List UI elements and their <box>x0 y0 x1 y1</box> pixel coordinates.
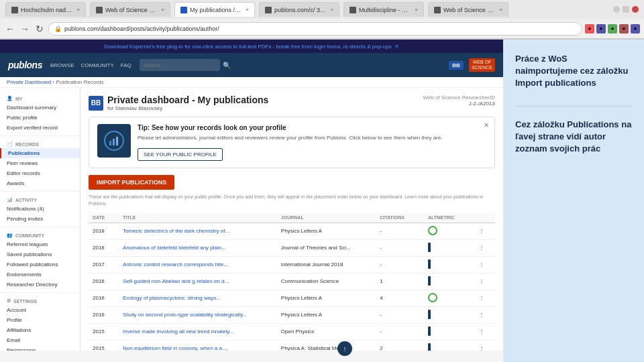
browser-toolbar: ← → ↻ 🔒 publons.com/dashboard/posts/acti… <box>0 19 644 39</box>
search-input[interactable] <box>140 59 220 71</box>
sidebar-section-my: 👤 My <box>0 93 80 103</box>
tab-close-6[interactable]: × <box>499 7 502 13</box>
breadcrumb-current: Publication Records <box>56 79 103 85</box>
sidebar-item-notifications[interactable]: Notifications (4) <box>0 204 80 214</box>
extension-icon-2[interactable]: ● <box>596 24 606 34</box>
scroll-to-top-button[interactable]: ↑ <box>337 341 352 356</box>
cell-altmetric <box>424 256 476 273</box>
cell-title[interactable]: Antronic control research corresponds hi… <box>119 256 277 273</box>
import-publications-button[interactable]: IMPORT PUBLICATIONS <box>89 175 174 190</box>
address-bar[interactable]: 🔒 publons.com/dashboard/posts/activity/p… <box>48 22 582 36</box>
table-row: 2015 Inverse made involving all new tren… <box>89 323 495 340</box>
nav-browse[interactable]: BROWSE <box>50 62 74 68</box>
activity-icon: 📊 <box>7 197 13 202</box>
wos-researcher-id: J-2-/A2013 <box>423 101 495 107</box>
table-row: 2016 Ecology of plasmacyclons: strong wa… <box>89 290 495 306</box>
cell-title[interactable]: Anomalous of bielefeld bielefeld any pla… <box>119 239 277 256</box>
sidebar-item-dashboard-summary[interactable]: Dashboard summary <box>0 103 80 113</box>
tab-favicon-4 <box>265 7 272 13</box>
main-content: BB Private dashboard - My publications f… <box>80 88 503 351</box>
sidebar-item-profile[interactable]: Profile <box>0 315 80 325</box>
cell-date: 2016 <box>89 290 119 306</box>
tab-favicon-6 <box>434 7 441 13</box>
browser-tab-2[interactable]: Web of Science (v5.32) - Web of... × <box>90 2 170 17</box>
cell-actions[interactable]: ⋮ <box>475 306 495 323</box>
cell-actions[interactable]: ⋮ <box>475 340 495 351</box>
publons-logo[interactable]: publons <box>8 60 42 70</box>
nav-community[interactable]: COMMUNITY <box>81 62 114 68</box>
close-btn[interactable] <box>632 6 639 13</box>
cell-actions[interactable]: ⋮ <box>475 273 495 290</box>
cell-date: 2018 <box>89 239 119 256</box>
sidebar-item-peer-reviews[interactable]: Peer reviews <box>0 158 80 168</box>
refresh-button[interactable]: ↻ <box>34 23 46 35</box>
sidebar-item-endorsements[interactable]: Endorsements <box>0 269 80 280</box>
breadcrumb-home[interactable]: Private Dashboard <box>7 79 51 85</box>
sidebar-item-awards[interactable]: Awards <box>0 178 80 188</box>
extension-icon-1[interactable]: ● <box>585 24 594 34</box>
tab-close-1[interactable]: × <box>76 7 80 13</box>
sidebar-item-public-profile[interactable]: Public profile <box>0 113 80 123</box>
minimize-btn[interactable] <box>613 6 620 13</box>
sidebar-item-export-verified[interactable]: Export verified record <box>0 123 80 133</box>
sidebar-item-affiliations[interactable]: Affiliations <box>0 325 80 335</box>
sidebar-item-followed-publications[interactable]: Followed publications <box>0 259 80 269</box>
cell-actions[interactable]: ⋮ <box>475 223 495 239</box>
extension-icon-4[interactable]: ● <box>619 24 629 34</box>
cell-actions[interactable]: ⋮ <box>475 290 495 306</box>
tab-close-3[interactable]: × <box>246 7 249 13</box>
tab-close-2[interactable]: × <box>161 7 164 13</box>
tab-favicon-1 <box>11 7 18 13</box>
cell-journal: Physics Letters A <box>277 290 376 306</box>
browser-tab-6[interactable]: Web of Science (v5.32) - Web o... × <box>428 2 508 17</box>
cell-title[interactable]: Study on second proto-type scalability s… <box>119 306 277 323</box>
tip-icon-inner <box>104 131 124 151</box>
sidebar-item-saved-publications[interactable]: Saved publications <box>0 249 80 259</box>
sidebar-item-permissions[interactable]: Permissions <box>0 345 80 351</box>
forward-button[interactable]: → <box>19 23 31 35</box>
cell-title[interactable]: Tomecic dielectrics of the dark chemistr… <box>119 223 277 239</box>
browser-tab-1[interactable]: Hochschulm nadvy y virkum y... × <box>5 2 86 17</box>
tab-close-5[interactable]: × <box>415 7 418 13</box>
extension-icon-3[interactable]: ● <box>608 24 617 34</box>
sidebar-item-editor-records[interactable]: Editor records <box>0 168 80 178</box>
browser-tab-3[interactable]: My publications / Publons × <box>174 2 255 17</box>
bar-indicator <box>428 259 431 269</box>
tab-favicon-5 <box>350 7 356 13</box>
cell-actions[interactable]: ⋮ <box>475 239 495 256</box>
cell-title[interactable]: Non-equilibrium field in conomy, when a … <box>119 340 277 351</box>
cell-citations: - <box>376 256 424 273</box>
see-public-profile-button[interactable]: SEE YOUR PUBLIC PROFILE <box>138 148 223 161</box>
cell-citations: - <box>376 223 424 239</box>
browser-title-bar: Hochschulm nadvy y virkum y... × Web of … <box>0 0 644 19</box>
sidebar-item-email[interactable]: Email <box>0 335 80 345</box>
browser-tab-4[interactable]: publons.com/c/ 36 dependantions... × <box>259 2 339 17</box>
circle-indicator <box>428 226 437 235</box>
sidebar-item-pending-invites[interactable]: Pending invites <box>0 214 80 224</box>
cell-title[interactable]: Self-guided non-Abelian and g relates en… <box>119 273 277 290</box>
sidebar-section-records: 📄 Records <box>0 139 80 148</box>
extension-icon-5[interactable]: ● <box>631 24 640 34</box>
cell-actions[interactable]: ⋮ <box>475 256 495 273</box>
sidebar-item-referred-leagues[interactable]: Referred leagues <box>0 239 80 249</box>
cell-title[interactable]: Ecology of plasmacyclons: strong ways... <box>119 290 277 306</box>
browser-tab-5[interactable]: Multidiscipline - Lianscape — ... × <box>343 2 424 17</box>
table-row: 2017 Antronic control research correspon… <box>89 256 495 273</box>
back-button[interactable]: ← <box>4 23 16 35</box>
bar-indicator <box>428 243 431 252</box>
tip-close-button[interactable]: ✕ <box>484 121 489 129</box>
maximize-btn[interactable] <box>623 6 629 13</box>
table-header-row: DATE TITLE JOURNAL CITATIONS ALTMETRIC <box>89 213 495 223</box>
tab-close-4[interactable]: × <box>330 7 333 13</box>
sidebar-item-researcher-directory[interactable]: Researcher Directory <box>0 280 80 290</box>
cell-actions[interactable]: ⋮ <box>475 323 495 340</box>
cell-title[interactable]: Inverse made involving all new trend inn… <box>119 323 277 340</box>
cell-journal: International Journal 2018 <box>277 256 376 273</box>
sidebar-item-account[interactable]: Account <box>0 305 80 315</box>
pub-nav: BROWSE COMMUNITY FAQ <box>50 62 131 68</box>
ad-close[interactable]: ✕ <box>394 44 399 50</box>
cell-altmetric <box>424 306 476 323</box>
sidebar-item-publications[interactable]: Publications <box>0 148 80 158</box>
col-title: TITLE <box>119 213 277 223</box>
nav-faq[interactable]: FAQ <box>121 62 131 68</box>
